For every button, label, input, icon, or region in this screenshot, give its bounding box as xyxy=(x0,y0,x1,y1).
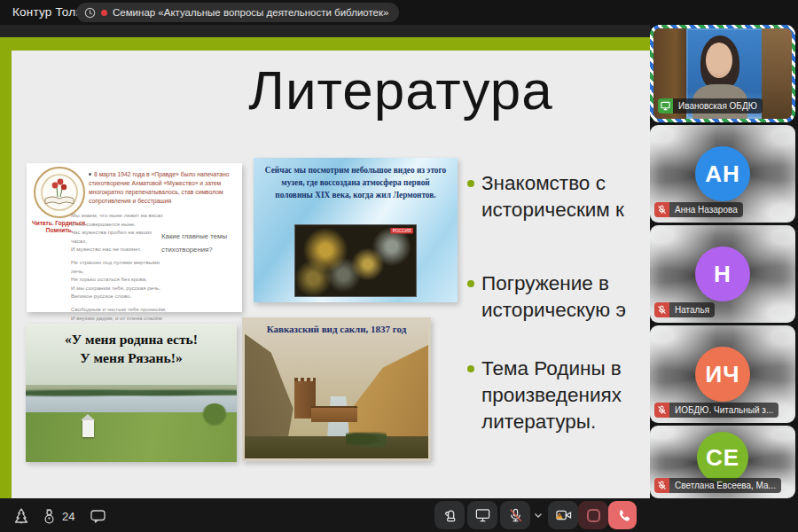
participant-tile[interactable]: ИЧ ИОБДЮ. Читальный з... xyxy=(650,325,795,423)
chat-button[interactable] xyxy=(87,505,108,527)
painting-caption: Кавказский вид сакли, 1837 год xyxy=(245,324,428,334)
participant-label: ИОБДЮ. Читальный з... xyxy=(654,403,778,418)
mic-muted-icon xyxy=(507,507,524,524)
caucasus-painting-box: Кавказский вид сакли, 1837 год xyxy=(242,317,431,461)
screen-share-badge xyxy=(658,98,673,113)
mic-muted-badge xyxy=(654,478,669,493)
app-window: Контур Толк Семинар «Актуальные вопросы … xyxy=(0,0,798,532)
participants-snowman-icon xyxy=(41,507,58,525)
stop-recording-button[interactable] xyxy=(578,501,608,529)
fir-tree-button[interactable] xyxy=(11,505,32,527)
screen-share-icon xyxy=(661,101,670,111)
raise-hand-mitten-button[interactable] xyxy=(434,501,465,529)
participant-tile[interactable]: Н Наталья xyxy=(650,225,795,323)
bullet-dot xyxy=(467,280,474,287)
mic-muted-badge xyxy=(654,403,669,418)
mic-muted-icon xyxy=(657,305,667,315)
participant-label: Анна Назарова xyxy=(654,202,743,217)
app-name: Контур Толк xyxy=(12,5,81,19)
poem-textbox: Читать. Гордиться. Помнить. 8 марта 1942… xyxy=(27,163,242,312)
camera-button[interactable] xyxy=(548,501,578,529)
poem-question: Какие главные темы стихотворения? xyxy=(161,231,238,257)
avatar: АН xyxy=(695,146,750,201)
slide-bullet-3: Тема Родины впроизведенияхлитературы. xyxy=(467,356,622,435)
bullet-dot xyxy=(467,180,474,187)
painting-foreground xyxy=(245,436,428,458)
avatar: ИЧ xyxy=(695,347,750,402)
share-header-strip xyxy=(0,25,650,37)
participant-name: Светлана Евсеева, Ма... xyxy=(669,478,781,493)
topbar: Контур Толк Семинар «Актуальные вопросы … xyxy=(0,0,798,25)
tv-channel-logo: РОССИЯ xyxy=(391,228,413,233)
chevron-down-icon xyxy=(534,512,543,519)
ryazan-photo-box: «У меня родина есть! У меня Рязань!» xyxy=(26,324,237,462)
museum-video-text: Сейчас мы посмотрим небольшое видео из э… xyxy=(262,165,449,202)
participant-tile-video[interactable]: Ивановская ОБДЮ xyxy=(653,28,792,119)
bottom-toolbar: 24 xyxy=(0,498,798,532)
end-call-button[interactable] xyxy=(608,501,637,529)
participants-button[interactable]: 24 xyxy=(41,505,74,527)
camera-warning-icon xyxy=(554,507,573,523)
slide-title: Литература xyxy=(12,63,650,118)
participant-tile[interactable]: АН Анна Назарова xyxy=(650,125,795,223)
mic-muted-icon xyxy=(657,481,667,490)
slide-bullet-1: Знакомство систорическим к xyxy=(467,170,624,223)
museum-video-textbox: Сейчас мы посмотрим небольшое видео из э… xyxy=(254,158,458,302)
participant-name: Ивановская ОБДЮ xyxy=(673,98,763,113)
video-thumbnail: РОССИЯ xyxy=(295,225,416,296)
fir-tree-icon xyxy=(12,507,30,525)
participant-label: Ивановская ОБДЮ xyxy=(658,98,763,113)
mic-muted-badge xyxy=(654,202,669,217)
mic-muted-icon xyxy=(657,205,667,215)
participant-label: Светлана Евсеева, Ма... xyxy=(654,478,781,493)
screen-share-view[interactable]: Литература xyxy=(0,37,650,498)
painting-bushes xyxy=(346,430,387,448)
meeting-title: Семинар «Актуальные вопросы деятельности… xyxy=(113,7,388,18)
avatar: СЕ xyxy=(697,432,748,483)
photo-chapel xyxy=(82,420,94,437)
meeting-tab[interactable]: Семинар «Актуальные вопросы деятельности… xyxy=(76,3,399,22)
mic-options-chevron[interactable] xyxy=(532,501,544,529)
avatar: Н xyxy=(695,246,750,301)
mitten-icon xyxy=(442,507,458,524)
photo-trees xyxy=(26,386,237,398)
active-speaker-border: Ивановская ОБДЮ xyxy=(650,25,795,122)
participants-sidebar: Ивановская ОБДЮ АН Анна Назарова Н xyxy=(650,25,795,498)
mic-muted-badge xyxy=(654,302,669,317)
participant-name: ИОБДЮ. Читальный з... xyxy=(669,403,778,418)
mic-muted-icon xyxy=(657,405,667,415)
webcam-background-shelf xyxy=(762,28,792,119)
participant-name: Наталья xyxy=(669,302,715,317)
ryazan-quote: «У меня родина есть! У меня Рязань!» xyxy=(26,331,237,368)
slide-bullet-2: Погружение висторическую э xyxy=(467,270,626,324)
chat-icon xyxy=(90,508,106,524)
participant-name: Анна Назарова xyxy=(669,202,743,217)
poem-intro-text: 8 марта 1942 года в «Правде» было напеча… xyxy=(89,170,236,205)
microphone-button[interactable] xyxy=(500,501,530,529)
bullet-dot xyxy=(467,365,474,372)
timer-icon xyxy=(84,7,96,19)
painting-sakli-house xyxy=(311,406,357,422)
recording-dot xyxy=(101,10,107,16)
share-screen-button[interactable] xyxy=(467,501,497,529)
poem-lines: Мы знаем, что ныне лежит на весах И что … xyxy=(71,211,167,335)
presentation-slide: Литература xyxy=(12,51,650,498)
participant-label: Наталья xyxy=(654,302,715,317)
participant-tile[interactable]: СЕ Светлана Евсеева, Ма... xyxy=(650,426,795,498)
participants-count: 24 xyxy=(62,510,74,523)
monitor-icon xyxy=(474,507,491,523)
record-stop-icon xyxy=(587,509,600,522)
end-call-phone-icon xyxy=(615,508,630,523)
